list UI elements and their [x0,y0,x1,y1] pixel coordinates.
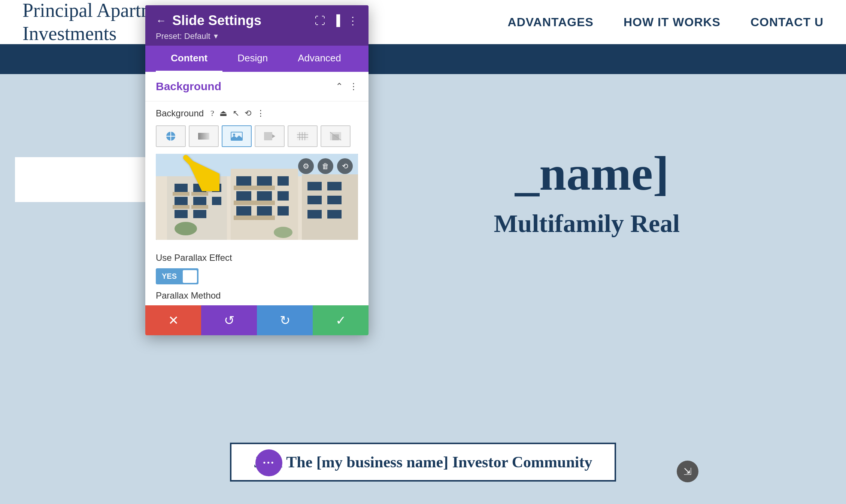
svg-rect-41 [254,186,275,190]
svg-rect-32 [257,176,272,186]
svg-marker-4 [272,134,275,138]
svg-rect-26 [193,210,206,218]
parallax-method-label: Parallax Method [145,290,369,305]
svg-point-53 [274,227,292,238]
svg-rect-28 [191,192,208,196]
panel-columns-icon[interactable]: ▐ [333,15,340,27]
svg-rect-0 [198,133,209,140]
bg-type-pattern[interactable] [288,125,318,147]
background-label-row: Background ? ⏏ ↖ ⟲ ⋮ [145,101,369,125]
panel-preset[interactable]: Preset: Default ▼ [156,31,358,46]
slide-settings-panel: ← Slide Settings ⛶ ▐ ⋮ Preset: Default ▼… [145,5,369,335]
parallax-section: Use Parallax Effect YES [145,247,369,290]
bg-type-video[interactable] [255,125,285,147]
svg-rect-34 [236,191,251,201]
panel-back-icon[interactable]: ← [156,15,166,27]
preset-arrow-icon: ▼ [213,33,219,40]
background-section-header: Background ⌃ ⋮ [145,72,369,101]
navbar: Principal Apartm Investments ADVANTAGES … [0,0,846,44]
svg-rect-30 [191,205,208,209]
bg-reset-icon[interactable]: ⟲ [245,109,251,118]
svg-rect-31 [236,176,251,186]
image-settings-icon[interactable]: ⚙ [298,158,314,174]
svg-rect-51 [327,210,342,219]
svg-rect-22 [175,197,188,205]
panel-header: ← Slide Settings ⛶ ▐ ⋮ Preset: Default ▼ [145,5,369,46]
section-header-right: ⌃ ⋮ [336,81,358,92]
svg-point-2 [233,134,235,136]
image-delete-icon[interactable]: 🗑 [318,158,333,174]
svg-rect-24 [212,197,221,205]
svg-rect-27 [173,192,189,196]
float-menu-button[interactable]: ••• [255,449,282,476]
float-dots-icon: ••• [263,458,275,468]
tab-advanced[interactable]: Advanced [283,46,356,72]
resize-icon: ⇲ [683,466,692,477]
section-title: Background [156,80,221,93]
bg-help-icon[interactable]: ? [210,109,214,118]
panel-footer: ✕ ↺ ↻ ✓ [145,305,369,335]
cancel-button[interactable]: ✕ [145,305,201,335]
svg-rect-46 [307,182,322,190]
resize-handle[interactable]: ⇲ [677,461,698,482]
panel-header-top: ← Slide Settings ⛶ ▐ ⋮ [156,13,358,28]
bg-type-mask[interactable] [321,125,351,147]
svg-rect-29 [173,205,189,209]
section-collapse-icon[interactable]: ⌃ [336,81,343,92]
panel-tabs: Content Design Advanced [145,46,369,72]
svg-rect-23 [193,197,206,205]
panel-title: Slide Settings [172,13,309,28]
panel-more-icon[interactable]: ⋮ [348,15,358,27]
svg-rect-35 [257,191,272,201]
svg-rect-47 [327,182,342,190]
bg-cursor-icon[interactable]: ↖ [233,109,239,118]
toggle-handle [183,270,197,283]
svg-rect-45 [254,216,275,220]
svg-rect-50 [307,210,322,219]
svg-rect-36 [278,191,289,201]
nav-contact[interactable]: CONTACT U [751,15,824,29]
svg-rect-43 [254,201,275,205]
panel-body: Background ⌃ ⋮ Background ? ⏏ ↖ ⟲ ⋮ [145,72,369,305]
svg-rect-25 [175,210,188,218]
svg-rect-40 [234,186,254,190]
bg-type-image[interactable] [222,125,252,147]
bg-type-row [145,125,369,154]
bg-label: Background [156,108,204,119]
hero-cta[interactable]: Join The [my business name] Investor Com… [230,443,616,482]
svg-rect-49 [327,196,342,204]
panel-expand-icon[interactable]: ⛶ [315,15,325,27]
svg-rect-5 [297,132,308,140]
bg-type-gradient[interactable] [189,125,219,147]
parallax-label: Use Parallax Effect [156,253,358,263]
image-overlay-icons: ⚙ 🗑 ⟲ [298,158,353,174]
nav-how-it-works[interactable]: HOW IT WORKS [624,15,721,29]
svg-point-52 [175,222,197,235]
panel-header-icons: ⛶ ▐ ⋮ [315,15,358,27]
image-rotate-icon[interactable]: ⟲ [337,158,353,174]
svg-rect-38 [257,206,272,216]
tab-content[interactable]: Content [156,46,222,72]
nav-advantages[interactable]: ADVANTAGES [508,15,594,29]
bg-more-icon[interactable]: ⋮ [257,109,265,118]
bg-mobile-icon[interactable]: ⏏ [219,109,227,118]
nav-links: ADVANTAGES HOW IT WORKS CONTACT U [508,15,824,29]
parallax-toggle[interactable]: YES [156,268,198,284]
svg-rect-3 [264,132,272,140]
svg-rect-48 [307,196,322,204]
svg-line-13 [186,158,216,187]
bg-label-icons: ? ⏏ ↖ ⟲ ⋮ [210,109,265,118]
svg-rect-39 [278,206,289,216]
svg-rect-42 [234,201,254,205]
toggle-yes-label: YES [157,270,181,283]
hero-section: Welcom _name] Build Generatio Multifamil… [0,74,846,504]
svg-rect-37 [236,206,251,216]
save-button[interactable]: ✓ [313,305,369,335]
bg-type-color[interactable] [156,125,186,147]
redo-button[interactable]: ↻ [257,305,313,335]
tab-design[interactable]: Design [222,46,283,72]
svg-rect-33 [278,176,289,186]
section-options-icon[interactable]: ⋮ [349,81,358,92]
undo-button[interactable]: ↺ [201,305,257,335]
blue-band [0,44,846,74]
